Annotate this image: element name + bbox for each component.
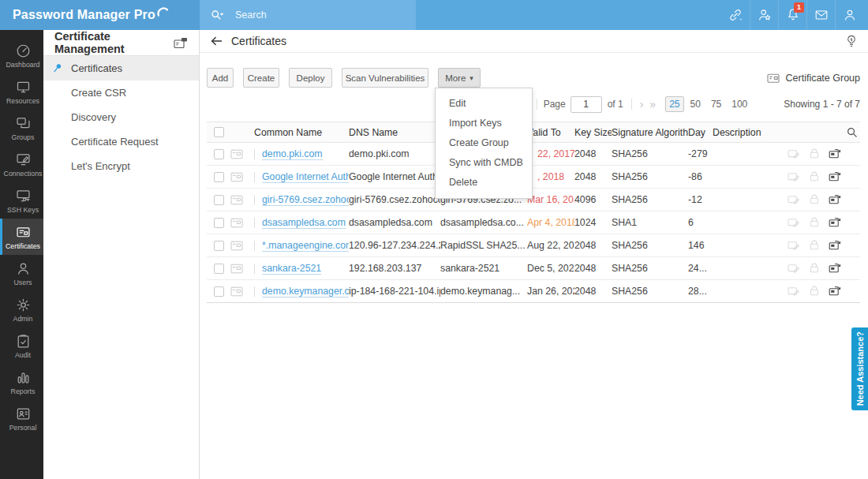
select-all-checkbox[interactable] <box>214 127 224 137</box>
push-certificate-icon[interactable] <box>821 193 841 206</box>
header-valid-to[interactable]: Valid To <box>527 127 574 138</box>
header-dns-name[interactable]: DNS Name <box>349 127 440 138</box>
groups-icon <box>15 115 32 132</box>
last-page-button[interactable]: » <box>646 95 659 113</box>
common-name-link[interactable]: *.manageengine.com <box>262 240 349 252</box>
deploy-button[interactable]: Deploy <box>289 68 332 88</box>
sidebar-item-connections[interactable]: Connections <box>0 146 43 182</box>
lock-certificate-icon[interactable] <box>800 239 821 252</box>
menu-item-create-group[interactable]: Create Group <box>436 133 532 153</box>
lock-certificate-icon[interactable] <box>800 193 821 206</box>
search-input[interactable] <box>235 9 406 21</box>
sidebar-item-audit[interactable]: Audit <box>0 327 43 364</box>
push-certificate-icon[interactable] <box>821 216 841 229</box>
lock-certificate-icon[interactable] <box>800 216 821 229</box>
user-star-icon[interactable] <box>750 0 778 30</box>
dns-name-cell: Google Internet Autho... <box>349 171 440 182</box>
sidebar-item-groups[interactable]: Groups <box>0 110 43 146</box>
sidebar-item-dashboard[interactable]: Dashboard <box>0 37 43 73</box>
header-description[interactable]: Description <box>713 127 773 138</box>
header-key-size[interactable]: Key Size <box>574 127 612 138</box>
common-name-link[interactable]: dsasampledsa.com <box>262 217 346 229</box>
header-common-name[interactable]: Common Name <box>254 127 349 138</box>
next-page-button[interactable]: › <box>637 95 647 113</box>
common-name-link[interactable]: giri-5769.csez.zohoco... <box>262 194 349 206</box>
need-assistance-tab[interactable]: Need Assistance? <box>851 327 868 410</box>
page-size-25[interactable]: 25 <box>665 96 683 112</box>
more-button[interactable]: More ▾ <box>438 68 481 88</box>
certificate-group-button[interactable]: Certificate Group <box>767 73 860 84</box>
edit-certificate-icon[interactable] <box>780 285 800 298</box>
dns-name-cell: 192.168.203.137 <box>349 263 440 274</box>
row-checkbox[interactable] <box>214 241 224 251</box>
valid-to-cell: , 2018 <box>527 171 574 182</box>
common-name-link[interactable]: demo.pki.com <box>262 148 323 160</box>
sidebar-item-admin[interactable]: Admin <box>0 291 43 327</box>
edit-certificate-icon[interactable] <box>780 262 800 275</box>
dns-name-cell: dsasampledsa.com <box>349 217 440 228</box>
header-days[interactable]: Day <box>688 127 713 138</box>
menu-item-sync-with-cmdb[interactable]: Sync with CMDB <box>436 153 532 173</box>
sidebar-item-reports[interactable]: Reports <box>0 364 43 400</box>
page-size-50[interactable]: 50 <box>687 96 705 112</box>
row-checkbox[interactable] <box>214 264 224 274</box>
mail-icon[interactable] <box>806 0 835 30</box>
add-button[interactable]: Add <box>207 68 234 88</box>
row-checkbox[interactable] <box>214 149 224 159</box>
edit-certificate-icon[interactable] <box>780 148 800 160</box>
link-icon[interactable] <box>721 0 750 30</box>
sidebar-item-resources[interactable]: Resources <box>0 73 43 110</box>
table-search-icon[interactable] <box>846 126 859 139</box>
sidebar-item-users[interactable]: Users <box>0 255 43 291</box>
sidebar-item-certificates[interactable]: Certificates <box>0 219 43 255</box>
edit-certificate-icon[interactable] <box>780 193 800 206</box>
push-certificate-icon[interactable] <box>821 262 841 275</box>
table-header: Common Name DNS Name Valid To Key Size S… <box>207 122 860 143</box>
lightbulb-icon[interactable] <box>844 34 859 48</box>
side-nav-item-certificates[interactable]: Certificates <box>43 56 199 80</box>
edit-certificate-icon[interactable] <box>780 170 800 183</box>
push-certificate-icon[interactable] <box>821 148 841 160</box>
left-nav: Dashboard Resources Groups Connections S… <box>0 30 43 479</box>
page-size-75[interactable]: 75 <box>707 96 725 112</box>
side-nav-item-certificate-request[interactable]: Certificate Request <box>43 129 199 154</box>
header-signature-algorithm[interactable]: Signature Algorithm <box>612 127 688 138</box>
create-button[interactable]: Create <box>243 68 279 88</box>
row-checkbox[interactable] <box>214 286 224 297</box>
dns-name-cell: demo.pki.com <box>349 148 440 159</box>
back-arrow-icon[interactable] <box>209 34 223 48</box>
menu-item-delete[interactable]: Delete <box>436 173 532 193</box>
lock-certificate-icon[interactable] <box>800 262 821 275</box>
common-name-link[interactable]: Google Internet Auth... <box>262 171 349 183</box>
push-certificate-icon[interactable] <box>821 239 841 252</box>
side-nav-item-create-csr[interactable]: Create CSR <box>43 80 199 105</box>
sidebar-item-personal[interactable]: Personal <box>0 400 43 436</box>
common-name-link[interactable]: demo.keymanager.co... <box>262 286 349 298</box>
push-certificate-icon[interactable] <box>821 170 841 183</box>
certificate-window-icon[interactable] <box>174 37 188 49</box>
edit-certificate-icon[interactable] <box>780 239 800 252</box>
edit-certificate-icon[interactable] <box>780 216 800 229</box>
row-checkbox[interactable] <box>214 218 224 228</box>
days-cell: 6 <box>688 217 713 228</box>
common-name-link[interactable]: sankara-2521 <box>262 263 321 275</box>
sidebar-item-ssh-keys[interactable]: SSH Keys <box>0 182 43 219</box>
menu-item-import-keys[interactable]: Import Keys <box>436 114 532 133</box>
row-checkbox[interactable] <box>214 195 224 205</box>
page-size-100[interactable]: 100 <box>728 96 751 112</box>
lock-certificate-icon[interactable] <box>800 170 821 183</box>
push-certificate-icon[interactable] <box>821 285 841 298</box>
bell-icon[interactable]: 1 <box>778 0 806 30</box>
side-nav-item-discovery[interactable]: Discovery <box>43 105 199 129</box>
row-checkbox[interactable] <box>214 172 224 182</box>
side-nav-item-lets-encrypt[interactable]: Let's Encrypt <box>43 154 199 178</box>
user-icon[interactable] <box>835 0 863 30</box>
search-icon[interactable] <box>209 8 224 23</box>
page-number-input[interactable] <box>571 96 602 113</box>
signature-algorithm-cell: SHA256 <box>612 194 688 205</box>
menu-item-edit[interactable]: Edit <box>436 94 532 114</box>
signature-algorithm-cell: SHA256 <box>612 286 688 297</box>
lock-certificate-icon[interactable] <box>800 285 821 298</box>
lock-certificate-icon[interactable] <box>800 148 821 160</box>
scan-vulnerabilities-button[interactable]: Scan Vulnerabilities <box>342 68 428 88</box>
